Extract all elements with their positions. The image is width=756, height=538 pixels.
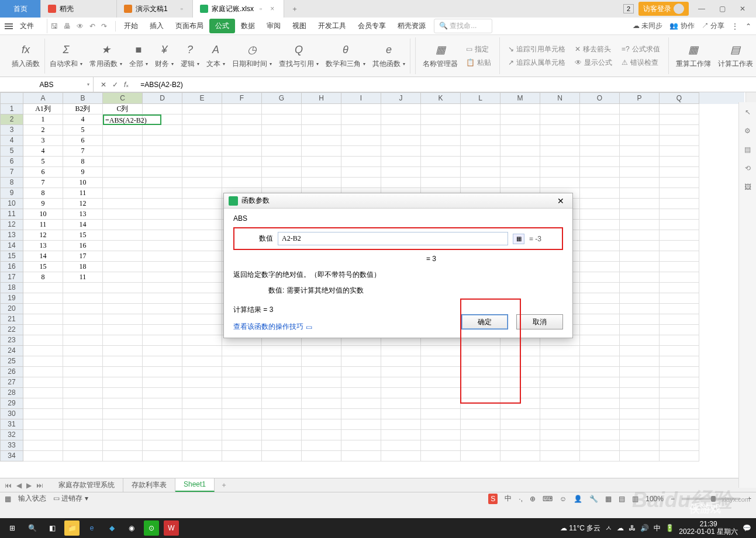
network-icon[interactable]: 🖧: [629, 524, 636, 532]
row-header[interactable]: 16: [0, 262, 23, 272]
cell[interactable]: [500, 167, 540, 178]
formula-input[interactable]: =ABS(A2-B2): [136, 81, 756, 89]
menu-审阅[interactable]: 审阅: [261, 19, 286, 33]
cell[interactable]: [63, 325, 103, 335]
cell[interactable]: [103, 220, 143, 230]
row-header[interactable]: 12: [0, 220, 23, 230]
cell[interactable]: [660, 262, 699, 272]
cell[interactable]: [262, 157, 302, 167]
zoom-out-icon[interactable]: −: [671, 495, 675, 503]
ribbon-常用函数[interactable]: ★常用函数: [86, 37, 126, 74]
cell[interactable]: [381, 356, 421, 367]
cell[interactable]: [103, 272, 143, 283]
col-header[interactable]: N: [540, 92, 580, 104]
cell[interactable]: 7: [63, 146, 103, 157]
volume-icon[interactable]: 🔊: [640, 524, 649, 532]
ribbon-日期和时间[interactable]: ◷日期和时间: [229, 37, 275, 74]
col-header[interactable]: C: [103, 92, 143, 104]
cell[interactable]: 1: [23, 114, 63, 125]
cell[interactable]: [540, 419, 580, 430]
cell[interactable]: [23, 335, 63, 346]
cell[interactable]: [461, 409, 500, 419]
redo-icon[interactable]: ↷: [100, 21, 108, 32]
cell[interactable]: [63, 451, 103, 461]
cell[interactable]: [381, 146, 421, 157]
cell[interactable]: [341, 430, 381, 440]
cell[interactable]: [421, 388, 461, 398]
dialog-close-button[interactable]: ✕: [554, 195, 568, 207]
cell[interactable]: [500, 178, 540, 188]
cell[interactable]: [461, 114, 500, 125]
next-sheet-icon[interactable]: ▶: [26, 481, 32, 490]
view-break-icon[interactable]: ▥: [632, 495, 638, 503]
cell[interactable]: 6: [23, 167, 63, 178]
cell[interactable]: [103, 209, 143, 220]
cell[interactable]: [381, 346, 421, 356]
cell[interactable]: [500, 104, 540, 114]
cell[interactable]: [421, 178, 461, 188]
cell[interactable]: [620, 220, 660, 230]
row-header[interactable]: 31: [0, 419, 23, 430]
cell[interactable]: [182, 304, 222, 314]
cell[interactable]: [222, 157, 262, 167]
cell[interactable]: 16: [63, 241, 103, 251]
weather-widget[interactable]: ☁ 11°C 多云: [560, 523, 601, 533]
cell[interactable]: [182, 220, 222, 230]
cell[interactable]: [302, 346, 341, 356]
cell[interactable]: [500, 440, 540, 451]
cell[interactable]: [461, 377, 500, 388]
sync-status[interactable]: ☁ 未同步: [633, 21, 662, 31]
cell[interactable]: [143, 335, 182, 346]
cell[interactable]: [421, 104, 461, 114]
cell[interactable]: [580, 230, 620, 241]
cell[interactable]: [660, 146, 699, 157]
cell[interactable]: [23, 346, 63, 356]
menu-公式[interactable]: 公式: [209, 19, 235, 33]
cell[interactable]: [461, 125, 500, 136]
cell[interactable]: A1列: [23, 104, 63, 114]
cell[interactable]: [540, 178, 580, 188]
cell[interactable]: [620, 283, 660, 293]
more-icon[interactable]: ⋮: [731, 22, 738, 30]
cell[interactable]: [540, 377, 580, 388]
row-header[interactable]: 25: [0, 356, 23, 367]
cell[interactable]: [222, 419, 262, 430]
cell[interactable]: [341, 114, 381, 125]
cell[interactable]: 7: [23, 178, 63, 188]
cell[interactable]: [620, 440, 660, 451]
cell[interactable]: [341, 356, 381, 367]
cell[interactable]: [182, 199, 222, 209]
cell[interactable]: [222, 104, 262, 114]
cell[interactable]: [660, 367, 699, 377]
share-button[interactable]: ↗ 分享: [702, 21, 724, 31]
cell[interactable]: [540, 356, 580, 367]
cell[interactable]: [63, 283, 103, 293]
cell[interactable]: [341, 409, 381, 419]
cell[interactable]: [620, 136, 660, 146]
print-icon[interactable]: 🖶: [63, 21, 72, 32]
cell[interactable]: 14: [63, 220, 103, 230]
cell[interactable]: [620, 262, 660, 272]
cell[interactable]: [182, 146, 222, 157]
col-header[interactable]: O: [580, 92, 620, 104]
cell[interactable]: [540, 451, 580, 461]
cell[interactable]: [182, 188, 222, 199]
cell[interactable]: [620, 451, 660, 461]
row-header[interactable]: 19: [0, 293, 23, 304]
cell[interactable]: [381, 419, 421, 430]
cell[interactable]: [421, 409, 461, 419]
cell[interactable]: [620, 367, 660, 377]
notification-badge[interactable]: 2: [623, 4, 634, 13]
cell[interactable]: [461, 136, 500, 146]
cell[interactable]: [182, 293, 222, 304]
menu-页面布局[interactable]: 页面布局: [170, 19, 209, 33]
row-header[interactable]: 10: [0, 199, 23, 209]
cell[interactable]: [421, 356, 461, 367]
cell[interactable]: [660, 104, 699, 114]
cell[interactable]: 8: [63, 157, 103, 167]
cell[interactable]: [381, 167, 421, 178]
cell[interactable]: [182, 114, 222, 125]
cell[interactable]: [580, 430, 620, 440]
cell[interactable]: [580, 304, 620, 314]
tab-presentation[interactable]: 演示文稿1 ▫: [117, 0, 193, 18]
